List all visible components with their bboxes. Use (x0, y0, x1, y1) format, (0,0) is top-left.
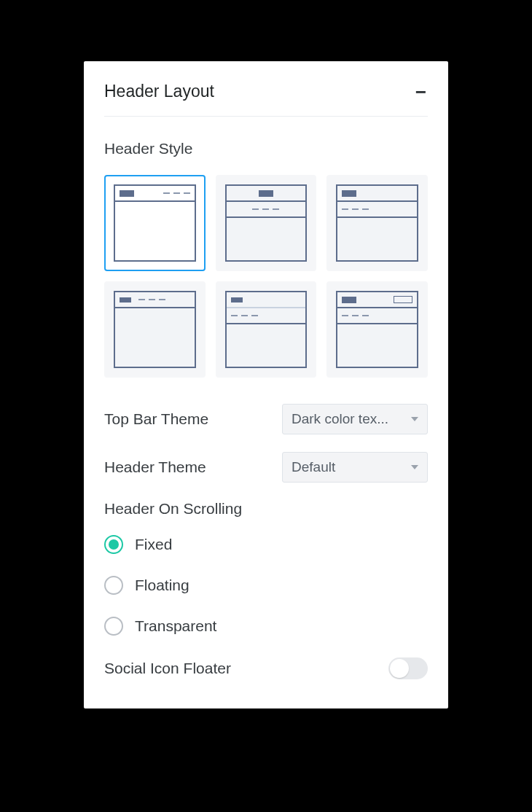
header-style-option-2[interactable] (216, 175, 317, 271)
social-icon-floater-row: Social Icon Floater (104, 657, 428, 679)
radio-icon (104, 535, 123, 554)
header-style-thumb (336, 184, 418, 262)
header-style-thumb (114, 291, 196, 368)
header-on-scrolling-group: Fixed Floating Transparent (104, 535, 428, 636)
collapse-icon[interactable]: − (414, 82, 428, 101)
header-theme-select[interactable]: Default (282, 452, 428, 483)
radio-label: Floating (135, 577, 189, 594)
header-style-option-6[interactable] (326, 281, 428, 378)
header-style-option-1[interactable] (104, 175, 206, 271)
chevron-down-icon (411, 417, 418, 421)
header-layout-panel: Header Layout − Header Style (84, 61, 448, 708)
header-style-thumb (114, 184, 196, 262)
header-style-option-4[interactable] (104, 281, 206, 378)
header-style-thumb (336, 291, 418, 368)
header-style-label: Header Style (104, 140, 428, 157)
social-icon-floater-toggle[interactable] (388, 657, 428, 679)
header-theme-row: Header Theme Default (104, 452, 428, 483)
panel-title: Header Layout (104, 82, 214, 101)
radio-icon (104, 576, 123, 595)
radio-floating[interactable]: Floating (104, 576, 428, 595)
radio-fixed[interactable]: Fixed (104, 535, 428, 554)
radio-icon (104, 617, 123, 636)
panel-header: Header Layout − (104, 82, 428, 117)
header-on-scrolling-label: Header On Scrolling (104, 500, 428, 518)
top-bar-theme-select[interactable]: Dark color tex... (282, 404, 428, 434)
top-bar-theme-label: Top Bar Theme (104, 410, 208, 428)
header-style-thumb (225, 291, 308, 368)
toggle-knob (390, 659, 409, 678)
header-theme-value: Default (292, 459, 405, 475)
radio-transparent[interactable]: Transparent (104, 617, 428, 636)
radio-label: Fixed (135, 536, 172, 553)
header-style-thumb (225, 184, 308, 262)
header-style-grid (104, 175, 428, 378)
header-style-option-3[interactable] (326, 175, 428, 271)
social-icon-floater-label: Social Icon Floater (104, 660, 231, 677)
top-bar-theme-row: Top Bar Theme Dark color tex... (104, 404, 428, 434)
radio-label: Transparent (135, 617, 216, 635)
header-theme-label: Header Theme (104, 458, 206, 476)
top-bar-theme-value: Dark color tex... (292, 411, 405, 427)
chevron-down-icon (411, 465, 418, 469)
header-style-option-5[interactable] (216, 281, 317, 378)
